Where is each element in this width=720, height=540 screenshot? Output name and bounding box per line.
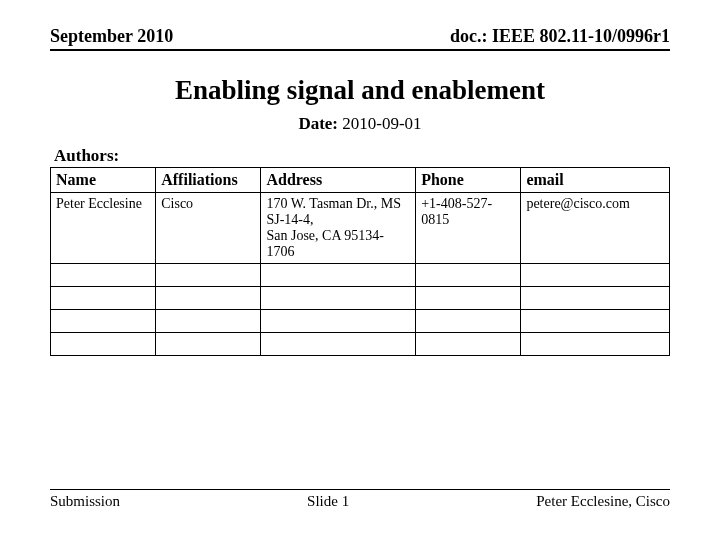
page-title: Enabling signal and enablement bbox=[50, 75, 670, 106]
table-header-row: Name Affiliations Address Phone email bbox=[51, 168, 670, 193]
table-row: Peter Ecclesine Cisco 170 W. Tasman Dr.,… bbox=[51, 193, 670, 264]
table-row bbox=[51, 333, 670, 356]
th-phone: Phone bbox=[416, 168, 521, 193]
footer-left: Submission bbox=[50, 493, 120, 510]
header-date: September 2010 bbox=[50, 26, 173, 47]
authors-label: Authors: bbox=[54, 146, 670, 166]
date-line: Date: 2010-09-01 bbox=[50, 114, 670, 134]
date-value: 2010-09-01 bbox=[342, 114, 421, 133]
th-affiliations: Affiliations bbox=[156, 168, 261, 193]
date-label: Date: bbox=[298, 114, 338, 133]
th-name: Name bbox=[51, 168, 156, 193]
footer-right: Peter Ecclesine, Cisco bbox=[536, 493, 670, 510]
th-address: Address bbox=[261, 168, 416, 193]
footer-center: Slide 1 bbox=[307, 493, 349, 510]
cell-name: Peter Ecclesine bbox=[51, 193, 156, 264]
table-row bbox=[51, 287, 670, 310]
cell-email: petere@cisco.com bbox=[521, 193, 670, 264]
cell-address: 170 W. Tasman Dr., MS SJ-14-4, San Jose,… bbox=[261, 193, 416, 264]
authors-table: Name Affiliations Address Phone email Pe… bbox=[50, 167, 670, 356]
cell-phone: +1-408-527-0815 bbox=[416, 193, 521, 264]
table-row bbox=[51, 310, 670, 333]
table-row bbox=[51, 264, 670, 287]
cell-affiliation: Cisco bbox=[156, 193, 261, 264]
header-bar: September 2010 doc.: IEEE 802.11-10/0996… bbox=[50, 26, 670, 51]
header-docid: doc.: IEEE 802.11-10/0996r1 bbox=[450, 26, 670, 47]
footer-bar: Submission Slide 1 Peter Ecclesine, Cisc… bbox=[50, 489, 670, 510]
th-email: email bbox=[521, 168, 670, 193]
